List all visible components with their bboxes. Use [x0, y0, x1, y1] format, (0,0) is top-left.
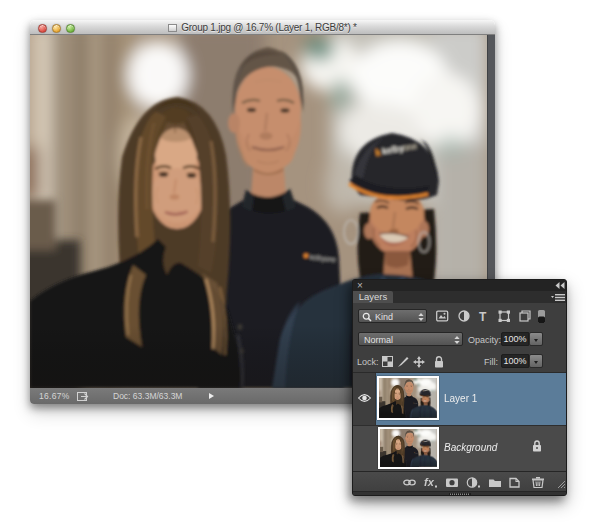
svg-text:T: T: [479, 310, 487, 323]
svg-text:fx: fx: [424, 477, 435, 488]
